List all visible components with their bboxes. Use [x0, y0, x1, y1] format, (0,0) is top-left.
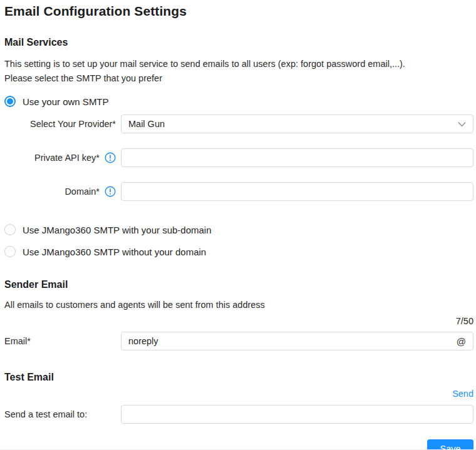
mail-services-description: This setting is to set up your mail serv…: [4, 57, 473, 86]
email-input[interactable]: [128, 332, 452, 350]
domain-label: Domain*: [65, 187, 100, 197]
description-line-2: Please select the SMTP that you prefer: [4, 71, 473, 86]
test-email-heading: Test Email: [4, 371, 473, 384]
api-key-input[interactable]: [128, 149, 466, 166]
radio-button-selected[interactable]: [4, 96, 16, 107]
email-input-wrapper: @: [121, 332, 473, 350]
domain-input-wrapper: [121, 182, 473, 201]
info-icon[interactable]: [105, 186, 116, 197]
send-link[interactable]: Send: [452, 389, 473, 399]
char-counter: 7/50: [4, 316, 473, 326]
test-email-input[interactable]: [128, 406, 466, 423]
email-form-row: Email* @: [4, 332, 473, 350]
api-key-label: Private API key*: [34, 153, 100, 163]
radio-option-jmango-no-domain[interactable]: Use JMango360 SMTP without your domain: [4, 245, 473, 258]
sender-email-description: All emails to customers and agents will …: [4, 300, 473, 310]
radio-option-own-smtp[interactable]: Use your own SMTP: [4, 95, 473, 108]
radio-label-jmango-no-domain: Use JMango360 SMTP without your domain: [23, 247, 206, 257]
radio-button-unselected[interactable]: [4, 246, 16, 257]
domain-label-col: Domain*: [4, 186, 121, 197]
radio-label-jmango-subdomain: Use JMango360 SMTP with your sub-domain: [23, 225, 212, 235]
test-email-label: Send a test email to:: [4, 409, 121, 419]
domain-form-row: Domain*: [4, 182, 473, 201]
at-symbol-suffix: @: [457, 336, 466, 347]
domain-input[interactable]: [128, 183, 466, 200]
provider-select[interactable]: Mail Gun: [121, 115, 473, 133]
page-title: Email Configuration Settings: [4, 3, 473, 19]
send-row: Send: [4, 388, 473, 399]
radio-label-own-smtp: Use your own SMTP: [23, 96, 109, 107]
sender-email-heading: Sender Email: [4, 278, 473, 292]
radio-button-unselected[interactable]: [4, 224, 16, 235]
api-key-input-wrapper: [121, 148, 473, 167]
save-button[interactable]: Save: [427, 439, 473, 450]
test-email-form-row: Send a test email to:: [4, 405, 473, 424]
test-email-input-wrapper: [121, 405, 473, 424]
radio-option-jmango-subdomain[interactable]: Use JMango360 SMTP with your sub-domain: [4, 223, 473, 236]
description-line-1: This setting is to set up your mail serv…: [4, 57, 473, 71]
api-key-form-row: Private API key*: [4, 148, 473, 167]
save-row: Save: [4, 439, 473, 450]
provider-label: Select Your Provider*: [4, 119, 121, 129]
email-label: Email*: [4, 336, 121, 346]
email-configuration-settings-page: Email Configuration Settings Mail Servic…: [0, 0, 476, 450]
chevron-down-icon: [458, 121, 466, 127]
info-icon[interactable]: [105, 152, 116, 163]
mail-services-heading: Mail Services: [4, 36, 473, 49]
provider-form-row: Select Your Provider* Mail Gun: [4, 115, 473, 133]
provider-selected-value: Mail Gun: [128, 119, 165, 129]
api-key-label-col: Private API key*: [4, 152, 121, 163]
